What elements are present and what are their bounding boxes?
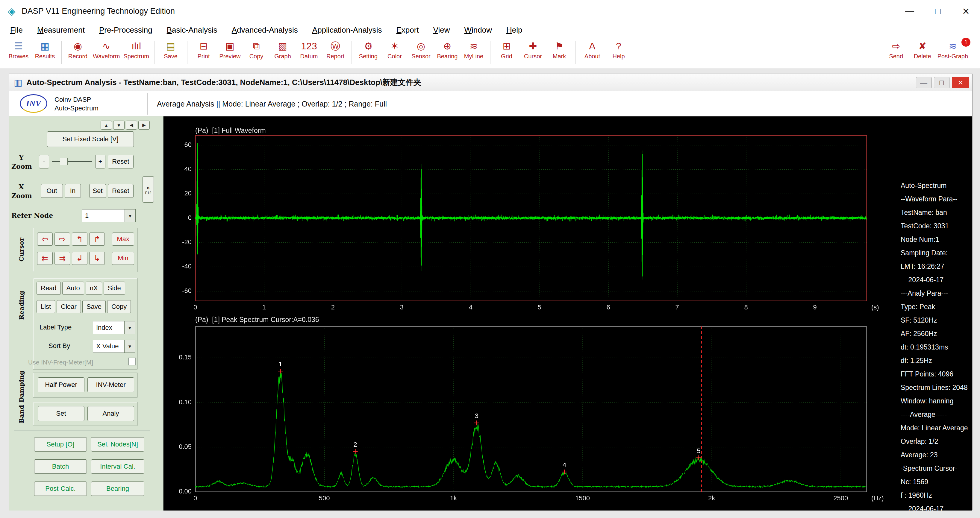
toolbar-button[interactable]: ılıl Spectrum — [122, 39, 151, 68]
y-zoom-out-button[interactable]: - — [39, 155, 49, 168]
band-analy-button[interactable]: Analy — [88, 406, 134, 421]
scroll-up-button[interactable]: ▲ — [100, 121, 112, 130]
reading-button[interactable]: Copy — [107, 300, 131, 313]
x-zoom-reset-button[interactable]: Reset — [108, 184, 134, 198]
maximize-icon[interactable]: □ — [924, 0, 952, 22]
menu-item[interactable]: Window — [457, 22, 499, 38]
band-set-button[interactable]: Set — [38, 406, 84, 421]
cursor-max-button[interactable]: Max — [112, 232, 134, 246]
cursor-min-button[interactable]: Min — [112, 252, 134, 265]
reading-button[interactable]: nX — [86, 281, 102, 295]
menu-item[interactable]: Advanced-Analysis — [224, 22, 305, 38]
doc-close-icon[interactable]: × — [952, 77, 969, 88]
chevron-down-icon[interactable]: ▼ — [124, 340, 135, 353]
info-line: Average: 23 — [900, 448, 968, 462]
close-icon[interactable]: × — [952, 0, 980, 22]
toolbar-button[interactable]: ⚑ Mark — [546, 39, 573, 68]
toolbar-button[interactable]: ≋ 1 Post-Graph — [936, 39, 970, 60]
spectrum-chart[interactable] — [164, 323, 888, 508]
toolbar-button[interactable]: ⊟ Print — [191, 39, 217, 68]
menu-item[interactable]: Pre-Processing — [92, 22, 159, 38]
toolbar-button[interactable]: A About — [579, 39, 605, 68]
cursor-fast-right-button[interactable]: ⇉ — [54, 252, 70, 265]
doc-minimize-icon[interactable]: — — [916, 77, 931, 88]
cursor-right-button[interactable]: ⇨ — [54, 232, 70, 246]
menu-item[interactable]: Export — [389, 22, 426, 38]
cursor-next-valley-button[interactable]: ↳ — [89, 252, 105, 265]
collapse-panel-button[interactable]: « F12 — [143, 176, 154, 203]
x-zoom-in-button[interactable]: In — [65, 184, 81, 198]
menu-item[interactable]: Measurement — [30, 22, 92, 38]
cursor-left-button[interactable]: ⇦ — [37, 232, 53, 246]
waveform-chart[interactable] — [164, 125, 888, 319]
doc-maximize-icon[interactable]: □ — [934, 77, 950, 88]
toolbar-button[interactable]: ≋ MyLine — [460, 39, 487, 68]
toolbar-button[interactable]: ⚙ Setting — [355, 39, 382, 68]
scroll-right-button[interactable]: ▶ — [138, 121, 150, 130]
toolbar-button[interactable]: ⊕ Bearing — [434, 39, 460, 68]
chart-area: (Pa) [1] Full Waveform (Pa) [1] Peak Spe… — [164, 116, 972, 510]
reading-button[interactable]: Side — [103, 281, 125, 295]
slider-handle[interactable] — [60, 158, 68, 165]
freq-meter-checkbox[interactable] — [128, 358, 136, 365]
set-fixed-scale-button[interactable]: Set Fixed Scale [V] — [47, 131, 134, 147]
sidebar-action-button[interactable]: Bearing — [91, 481, 144, 496]
x-zoom-set-button[interactable]: Set — [89, 184, 106, 198]
chevron-down-icon[interactable]: ▼ — [124, 210, 135, 222]
sidebar-action-button[interactable]: Batch — [34, 459, 87, 474]
toolbar-button[interactable]: ⊞ Grid — [493, 39, 520, 68]
reading-button[interactable]: Auto — [62, 281, 84, 295]
waveform-chart-title: (Pa) [1] Full Waveform — [195, 127, 266, 135]
menu-item[interactable]: File — [3, 22, 30, 38]
toolbar-button[interactable]: 123 Datum — [296, 39, 322, 68]
cursor-prev-valley-button[interactable]: ↲ — [72, 252, 88, 265]
minimize-icon[interactable]: — — [896, 0, 924, 22]
toolbar-button[interactable]: ✘ Delete — [909, 39, 936, 60]
chevron-down-icon[interactable]: ▼ — [124, 321, 135, 334]
inv-meter-button[interactable]: INV-Meter — [88, 377, 134, 392]
menu-item[interactable]: Help — [499, 22, 529, 38]
cursor-prev-peak-button[interactable]: ↰ — [72, 232, 88, 246]
sort-by-select[interactable]: X Value ▼ — [93, 340, 135, 353]
sidebar-action-button[interactable]: Sel. Nodes[N] — [91, 437, 144, 451]
scroll-left-button[interactable]: ◀ — [126, 121, 137, 130]
reading-button[interactable]: Save — [82, 300, 106, 313]
toolbar-button[interactable]: ? Help — [605, 39, 632, 68]
toolbar-button[interactable]: ◎ Sensor — [408, 39, 434, 68]
toolbar-button[interactable]: ✚ Cursor — [520, 39, 546, 68]
sidebar-action-button[interactable]: Interval Cal. — [91, 459, 144, 474]
reading-button[interactable]: List — [37, 300, 55, 313]
toolbar-button[interactable]: ▦ Results — [32, 39, 58, 68]
toolbar-button[interactable]: ▧ Graph — [269, 39, 296, 68]
x-zoom-out-button[interactable]: Out — [41, 184, 63, 198]
toolbar-button[interactable]: ✶ Color — [382, 39, 408, 68]
cursor-next-peak-button[interactable]: ↱ — [89, 232, 105, 246]
refer-node-select[interactable]: 1 ▼ — [82, 209, 136, 222]
y-zoom-reset-button[interactable]: Reset — [108, 155, 134, 168]
scroll-down-button[interactable]: ▼ — [113, 121, 124, 130]
y-zoom-slider[interactable] — [51, 155, 94, 168]
toolbar-button[interactable]: ⇨ Send — [883, 39, 909, 60]
menu-item[interactable]: Basic-Analysis — [159, 22, 224, 38]
toolbar-button[interactable]: ◉ Record — [65, 39, 91, 68]
toolbar-button[interactable]: Ⓦ Report — [322, 39, 348, 68]
reading-button[interactable]: Read — [37, 281, 61, 295]
sidebar-action-button[interactable]: Post-Calc. — [34, 481, 87, 496]
toolbar-button[interactable]: ∿ Waveform — [91, 39, 122, 68]
freq-meter-label: Use INV-Freq-Meter[M] — [28, 359, 93, 366]
menu-item[interactable]: Application-Analysis — [305, 22, 389, 38]
half-power-button[interactable]: Half Power — [38, 377, 84, 392]
toolbar-button[interactable]: ☰ Browes — [5, 39, 32, 68]
sidebar-action-button[interactable]: Setup [O] — [34, 437, 87, 451]
analysis-window-titlebar[interactable]: ▥ Auto-Spectrum Analysis - TestName:ban,… — [9, 74, 972, 91]
label-type-select[interactable]: Index ▼ — [93, 321, 135, 334]
cursor-fast-left-button[interactable]: ⇇ — [37, 252, 53, 265]
y-zoom-in-button[interactable]: + — [95, 155, 105, 168]
toolbar-separator — [352, 41, 352, 64]
menu-item[interactable]: View — [426, 22, 457, 38]
info-line: Auto-Spectrum — [900, 179, 968, 192]
toolbar-button[interactable]: ▣ Preview — [217, 39, 243, 68]
toolbar-button[interactable]: ⧉ Copy — [243, 39, 269, 68]
reading-button[interactable]: Clear — [57, 300, 81, 313]
toolbar-button[interactable]: ▤ Save — [158, 39, 184, 68]
